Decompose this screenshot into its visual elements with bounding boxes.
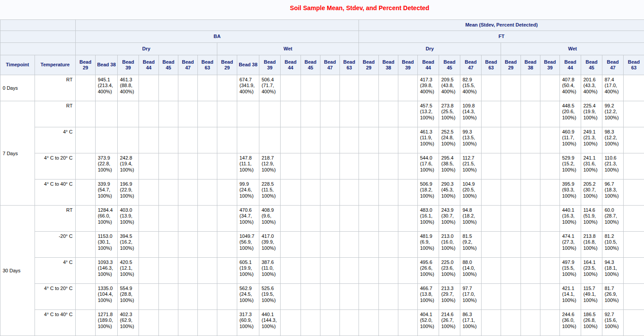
empty-cell [540,258,560,284]
empty-cell [320,101,340,127]
timepoint-cell: 7 Days [0,101,35,206]
empty-cell [501,153,521,179]
value-cell: 81.7 (26.9, 100%) [602,284,624,310]
value-cell: 317.3 (60.9, 100%) [237,310,259,336]
empty-cell [217,232,237,258]
corner-box-3 [0,43,76,55]
value-cell: 87.4 (17.0, 400%) [602,75,624,101]
empty-cell [76,310,96,336]
bead-col-header: Bead 29 [501,55,521,75]
empty-cell [139,258,159,284]
value-cell: 945.1 (213.4, 400%) [96,75,118,101]
value-cell: 99.2 (12.2, 100%) [602,101,624,127]
value-cell: 81.2 (10.5, 100%) [602,232,624,258]
empty-cell [76,258,96,284]
empty-cell [340,101,359,127]
value-cell: 112.7 (21.5, 100%) [460,153,482,179]
bead-col-header: Bead 38 [379,55,398,75]
table-row: 4° C to 40° C1271.8 (189.0, 100%)402.3 (… [0,310,644,336]
value-cell: 1335.0 (104.4, 100%) [96,284,118,310]
empty-cell [281,153,301,179]
value-cell: 164.1 (23.5, 100%) [581,258,602,284]
empty-cell [482,153,501,179]
empty-cell [482,127,501,153]
bead-col-header: Bead 29 [76,55,96,75]
value-cell: 404.1 (52.0, 100%) [418,310,439,336]
empty-cell [178,284,198,310]
bead-col-header: Bead 38 [521,55,540,75]
empty-cell [379,179,398,206]
empty-cell [217,206,237,232]
empty-cell [540,232,560,258]
value-cell: 114.6 (51.9, 100%) [581,206,602,232]
value-cell: 252.5 (24.8, 100%) [439,127,460,153]
empty-cell [521,101,540,127]
value-cell: 1049.7 (56.9, 100%) [237,232,259,258]
empty-cell [178,75,198,101]
empty-cell [624,179,644,206]
bead-col-header: Bead 45 [159,55,178,75]
value-cell: 1153.0 (30.1, 100%) [96,232,118,258]
temperature-header: Temperature [35,55,76,75]
empty-cell [198,101,217,127]
bead-col-header: Bead 47 [460,55,482,75]
empty-cell [320,310,340,336]
value-cell: 448.5 (20.6, 100%) [560,101,581,127]
value-cell: 115.7 (49.1, 100%) [581,284,602,310]
empty-cell [198,75,217,101]
empty-cell [340,258,359,284]
value-cell: 225.0 (23.6, 100%) [439,258,460,284]
empty-cell [624,232,644,258]
empty-cell [281,127,301,153]
value-cell: 99.9 (24.6, 100%) [237,179,259,206]
empty-cell [521,258,540,284]
empty-cell [301,206,320,232]
value-cell: 147.8 (11.1, 100%) [237,153,259,179]
value-cell: 1271.8 (189.0, 100%) [96,310,118,336]
empty-cell [340,206,359,232]
corner-box-2 [0,31,76,43]
empty-cell [624,310,644,336]
group-row: BA FT [0,31,644,43]
empty-cell [139,153,159,179]
group-header-ba: BA [76,31,359,43]
table-row: 7 DaysRT457.5 (13.2, 100%)273.8 (25.5, 1… [0,101,644,127]
temperature-cell: 4° C [35,258,76,284]
bead-col-header: Bead 63 [198,55,217,75]
empty-cell [237,101,259,127]
value-cell: 440.1 (144.3, 100%) [259,310,281,336]
empty-cell [359,232,379,258]
temperature-cell: 4° C to 20° C [35,284,76,310]
empty-cell [501,206,521,232]
empty-cell [259,127,281,153]
empty-cell [379,75,398,101]
bead-col-header: Bead 44 [139,55,159,75]
value-cell: 205.2 (30.7, 100%) [581,179,602,206]
empty-cell [281,284,301,310]
spanner-label: Mean (Stdev, Percent Detected) [359,20,644,31]
subgroup-header-ft-dry: Dry [359,43,501,55]
empty-cell [540,127,560,153]
value-cell: 394.5 (16.2, 100%) [118,232,139,258]
empty-cell [159,206,178,232]
value-cell: 209.5 (43.8, 400%) [439,75,460,101]
empty-cell [379,284,398,310]
empty-cell [398,127,418,153]
value-cell: 97.7 (17.0, 100%) [460,284,482,310]
value-cell: 213.3 (29.7, 100%) [439,284,460,310]
empty-cell [217,75,237,101]
empty-cell [198,206,217,232]
empty-cell [398,258,418,284]
bead-col-header: Bead 45 [301,55,320,75]
empty-cell [301,179,320,206]
empty-cell [540,179,560,206]
empty-cell [624,101,644,127]
empty-cell [340,284,359,310]
empty-cell [624,206,644,232]
bead-col-header: Bead 29 [359,55,379,75]
empty-cell [521,206,540,232]
empty-cell [521,310,540,336]
value-cell: 104.9 (20.5, 100%) [460,179,482,206]
empty-cell [139,75,159,101]
empty-cell [501,127,521,153]
